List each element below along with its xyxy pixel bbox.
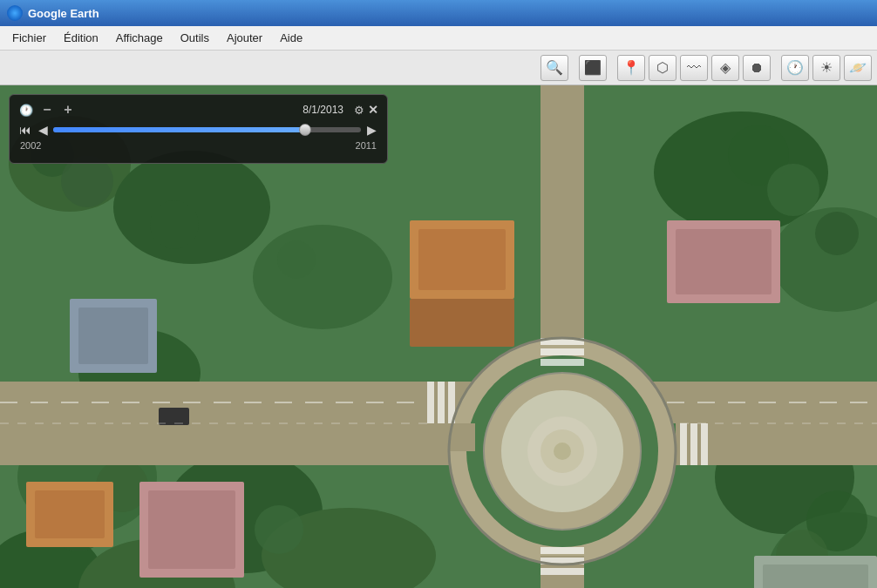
time-zoom-out-icon[interactable]: −	[39, 102, 55, 118]
slider-first-button[interactable]: ⏮	[18, 123, 32, 137]
planet-button[interactable]: 🪐	[844, 55, 872, 81]
svg-rect-57	[410, 299, 514, 347]
svg-point-37	[554, 443, 571, 460]
time-zoom-in-icon[interactable]: +	[60, 102, 76, 118]
menu-ajouter[interactable]: Ajouter	[218, 28, 271, 48]
svg-rect-51	[540, 359, 584, 366]
time-clock-icon[interactable]: 🕐	[18, 102, 34, 118]
app-icon	[7, 5, 23, 21]
menu-fichier[interactable]: Fichier	[3, 28, 55, 48]
slider-next-button[interactable]: ▶	[364, 123, 378, 137]
time-date-display: 8/1/2013	[303, 104, 343, 116]
record-button[interactable]: ⏺	[743, 55, 771, 81]
svg-point-3	[253, 225, 392, 329]
slider-track-container[interactable]	[53, 124, 361, 136]
svg-rect-48	[701, 423, 708, 465]
slider-thumb[interactable]	[299, 124, 311, 136]
clock-button[interactable]: 🕐	[781, 55, 809, 81]
svg-rect-68	[159, 408, 189, 425]
svg-rect-46	[680, 423, 687, 465]
svg-rect-67	[763, 564, 868, 588]
slider-start-label: 2002	[20, 140, 41, 151]
svg-rect-41	[540, 85, 584, 338]
map-area[interactable]: 🕐 − + 8/1/2013 ⚙ ✕ ⏮ ◀ ▶ 2002 2011	[0, 85, 877, 588]
svg-rect-65	[148, 490, 235, 569]
polygon-button[interactable]: ⬡	[649, 55, 676, 81]
svg-rect-56	[418, 229, 506, 290]
placemark-button[interactable]: 📍	[617, 55, 645, 81]
svg-rect-44	[438, 382, 445, 423]
menu-affichage[interactable]: Affichage	[107, 28, 172, 48]
slider-track	[53, 127, 361, 132]
search-button[interactable]: 🔍	[540, 55, 568, 81]
time-slider-header: 🕐 − + 8/1/2013 ⚙ ✕	[18, 102, 378, 118]
time-slider-widget: 🕐 − + 8/1/2013 ⚙ ✕ ⏮ ◀ ▶ 2002 2011	[9, 94, 388, 164]
svg-rect-38	[0, 423, 449, 465]
time-close-icon[interactable]: ✕	[368, 103, 378, 117]
svg-point-23	[255, 505, 303, 554]
time-slider-right-icons: 8/1/2013 ⚙ ✕	[303, 103, 378, 117]
svg-rect-47	[690, 423, 697, 465]
slider-labels: 2002 2011	[18, 140, 378, 151]
time-slider-left-icons: 🕐 − +	[18, 102, 76, 118]
menu-outils[interactable]: Outils	[172, 28, 218, 48]
svg-rect-59	[676, 229, 772, 294]
svg-point-20	[815, 212, 859, 255]
svg-rect-50	[540, 348, 584, 355]
slider-end-label: 2011	[356, 140, 377, 151]
overlay-button[interactable]: ◈	[711, 55, 739, 81]
svg-point-17	[277, 240, 316, 279]
app-title: Google Earth	[28, 7, 99, 20]
menu-edition[interactable]: Édition	[55, 28, 107, 48]
sun-button[interactable]: ☀	[812, 55, 840, 81]
menu-aide[interactable]: Aide	[271, 28, 311, 48]
slider-row: ⏮ ◀ ▶	[18, 123, 378, 137]
svg-rect-54	[540, 568, 584, 575]
slider-prev-button[interactable]: ◀	[36, 123, 50, 137]
path-button[interactable]: 〰	[680, 55, 708, 81]
svg-rect-52	[540, 547, 584, 554]
time-settings-icon[interactable]: ⚙	[354, 104, 364, 117]
menu-bar: Fichier Édition Affichage Outils Ajouter…	[0, 26, 877, 51]
svg-rect-39	[449, 423, 475, 451]
toolbar: 🔍 ⬛ 📍 ⬡ 〰 ◈ ⏺ 🕐 ☀ 🪐	[0, 51, 877, 85]
svg-rect-63	[35, 490, 105, 538]
svg-point-2	[113, 151, 270, 264]
svg-point-16	[150, 200, 199, 249]
slider-fill	[53, 127, 305, 132]
map-toggle-button[interactable]: ⬛	[579, 55, 607, 81]
svg-rect-61	[78, 308, 148, 364]
svg-rect-43	[427, 382, 434, 423]
title-bar: Google Earth	[0, 0, 877, 26]
svg-point-19	[767, 164, 819, 216]
